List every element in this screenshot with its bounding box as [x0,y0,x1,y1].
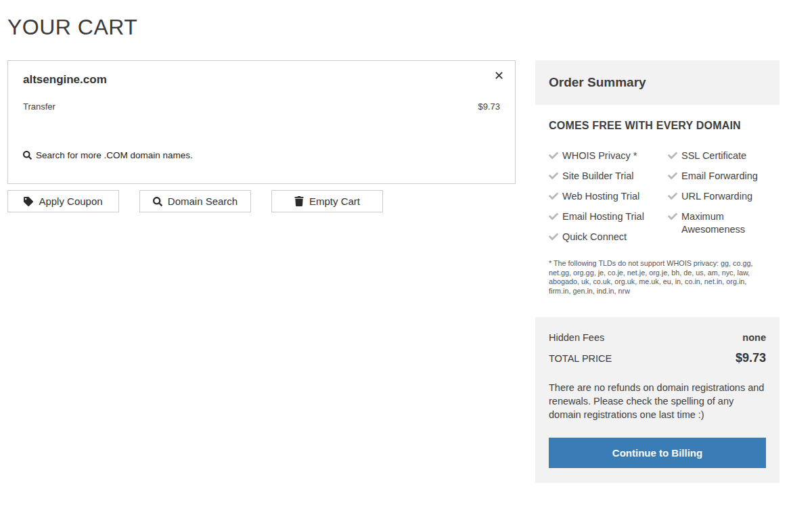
free-feature-label: URL Forwarding [681,190,752,203]
free-feature-item: SSL Certificate [668,149,766,162]
domain-search-label: Domain Search [168,195,238,207]
free-features-heading: COMES FREE WITH EVERY DOMAIN [549,120,766,132]
totals-box: Hidden Fees none TOTAL PRICE $9.73 There… [535,317,780,483]
free-feature-label: Quick Connect [562,231,627,244]
total-price-label: TOTAL PRICE [549,353,612,365]
check-icon [668,171,677,181]
search-icon [23,151,32,160]
hidden-fees-row: Hidden Fees none [549,332,766,344]
refund-note: There are no refunds on domain registrat… [549,381,766,421]
cart-layout: altsengine.com Transfer $9.73 Search for… [0,60,812,483]
search-more-link[interactable]: Search for more .COM domain names. [23,150,193,160]
empty-cart-button[interactable]: Empty Cart [271,190,383,212]
cart-item-type: Transfer [23,101,55,112]
apply-coupon-button[interactable]: Apply Coupon [7,190,119,212]
order-summary-header: Order Summary [535,60,780,105]
cart-item-row: Transfer $9.73 [23,101,505,112]
close-icon [495,72,503,79]
free-feature-item: Email Forwarding [668,170,766,183]
hidden-fees-value: none [742,332,766,344]
free-feature-label: Email Hosting Trial [562,210,644,223]
free-features-section: COMES FREE WITH EVERY DOMAIN WHOIS Priva… [535,105,780,296]
tag-icon [24,197,33,206]
free-feature-item: Email Hosting Trial [549,210,668,223]
cart-item-domain: altsengine.com [23,69,107,87]
order-summary-title: Order Summary [549,75,766,90]
check-icon [549,232,558,241]
trash-icon [294,196,304,206]
free-feature-label: WHOIS Privacy * [562,149,637,162]
free-feature-label: Maximum Awesomeness [681,210,766,236]
total-price-value: $9.73 [736,352,766,364]
check-icon [549,191,558,201]
free-feature-item: URL Forwarding [668,190,766,203]
cart-item-price: $9.73 [478,101,500,112]
search-more-label: Search for more .COM domain names. [36,150,193,160]
hidden-fees-label: Hidden Fees [549,332,604,344]
check-icon [668,212,677,221]
remove-item-button[interactable] [493,69,505,82]
empty-cart-label: Empty Cart [309,195,360,207]
continue-to-billing-button[interactable]: Continue to Billing [549,438,766,468]
cart-actions: Apply Coupon Domain Search Empty Cart [7,190,516,212]
free-feature-label: SSL Certificate [681,149,746,162]
free-features-col-left: WHOIS Privacy * Site Builder Trial Web H… [549,149,668,251]
check-icon [549,151,558,160]
free-feature-item: Maximum Awesomeness [668,210,766,236]
check-icon [668,191,677,201]
free-feature-item: WHOIS Privacy * [549,149,668,162]
cart-item-header: altsengine.com [23,69,505,87]
whois-privacy-note: * The following TLDs do not support WHOI… [549,259,766,296]
free-features-grid: WHOIS Privacy * Site Builder Trial Web H… [549,149,766,251]
apply-coupon-label: Apply Coupon [39,195,102,207]
cart-box: altsengine.com Transfer $9.73 Search for… [7,60,516,184]
free-feature-label: Web Hosting Trial [562,190,639,203]
free-feature-label: Site Builder Trial [562,170,634,183]
page-title: YOUR CART [7,15,812,40]
check-icon [549,212,558,221]
cart-column: altsengine.com Transfer $9.73 Search for… [7,60,516,212]
check-icon [549,171,558,181]
free-feature-item: Quick Connect [549,231,668,244]
free-feature-label: Email Forwarding [681,170,758,183]
free-feature-item: Web Hosting Trial [549,190,668,203]
order-summary-panel: Order Summary COMES FREE WITH EVERY DOMA… [535,60,780,483]
domain-search-button[interactable]: Domain Search [139,190,251,212]
check-icon [668,151,677,160]
free-features-col-right: SSL Certificate Email Forwarding URL For… [668,149,766,251]
search-icon [153,197,162,206]
total-price-row: TOTAL PRICE $9.73 [549,352,766,365]
free-feature-item: Site Builder Trial [549,170,668,183]
